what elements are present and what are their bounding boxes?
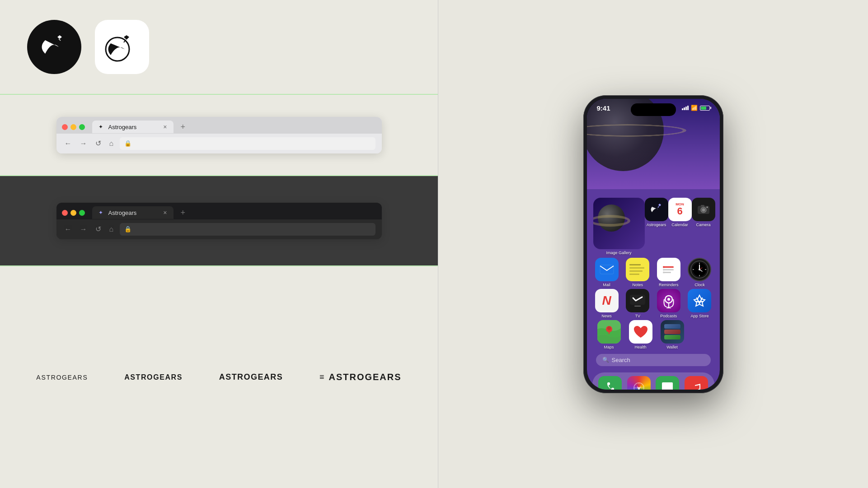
wordmarks-section: ASTROGEARS ASTROGEARS ASTROGEARS ≡ ASTRO… [0,266,438,488]
address-bar-light[interactable]: 🔒 [120,137,375,150]
app-icon-img-reminders [657,258,680,281]
app-icon-appstore[interactable]: App Store [686,289,713,318]
dock [592,372,714,390]
svg-point-36 [609,333,610,334]
dynamic-island [631,103,676,116]
address-bar-dark[interactable]: 🔒 [120,223,375,236]
app-label-mail: Mail [603,283,610,287]
traffic-lights-dark [62,210,85,216]
app-icon-maps[interactable]: Maps [596,320,623,349]
app-row-2: Mail Notes [593,258,713,287]
refresh-button-light[interactable]: ↺ [94,138,103,149]
wallpaper-rings [587,124,686,136]
app-icon-wallet[interactable]: Wallet [659,320,686,349]
app-icon-img-news: N [595,289,619,312]
app-icon-img-health [629,320,652,344]
dock-safari[interactable] [627,376,651,390]
search-bar[interactable]: 🔍 Search [596,354,711,366]
app-icon-notes[interactable]: Notes [624,258,651,287]
back-button-dark[interactable]: ← [63,224,74,234]
app-grid: Image Gallery Astrogears [587,198,720,351]
dock-music[interactable] [685,376,708,390]
browser-tab-light[interactable]: ✦ Astrogears × [92,121,174,133]
app-icon-img-clock [688,258,711,281]
tab-title-light: Astrogears [108,124,137,130]
app-label-health: Health [634,345,646,349]
svg-rect-11 [664,266,674,268]
tab-close-light[interactable]: × [163,123,167,130]
close-button-dark[interactable] [62,210,68,216]
close-button-light[interactable] [62,124,68,130]
app-label-tv: TV [635,314,640,318]
signal-bar-1 [682,108,683,110]
app-label-clock: Clock [694,283,705,287]
browser-dark-section: ✦ Astrogears × + ← → ↺ ⌂ 🔒 [0,176,438,266]
left-panel: ✦ Astrogears × + ← → ↺ ⌂ 🔒 [0,0,438,488]
minimize-button-light[interactable] [70,124,76,130]
maximize-button-dark[interactable] [79,210,85,216]
svg-point-6 [702,208,705,211]
wordmark-thin: ASTROGEARS [36,374,88,381]
app-icon-img-camera [692,198,715,221]
svg-point-8 [706,206,708,208]
app-icon-img-calendar: MON 6 [668,198,692,221]
app-icon-img-astrogears [645,198,668,221]
app-icon-health[interactable]: Health [627,320,654,349]
note-line-1 [629,264,641,265]
dock-phone[interactable] [598,376,622,390]
app-icon-img-mail [595,258,619,281]
wordmark-icon-text: ASTROGEARS [328,372,401,382]
forward-button-light[interactable]: → [78,139,89,149]
status-icons: 📶 [682,105,710,111]
new-tab-button-light[interactable]: + [177,121,189,134]
app-icon-news[interactable]: N News [593,289,620,318]
browser-tab-bar-light: ✦ Astrogears × + [56,117,382,134]
note-line-4 [629,274,639,275]
app-row-4: Maps Health [593,320,713,349]
app-icon-astrogears[interactable]: Astrogears [645,198,668,255]
wordmark-icon: ≡ ASTROGEARS [319,372,402,382]
forward-button-dark[interactable]: → [78,224,89,234]
new-tab-button-dark[interactable]: + [177,206,189,219]
home-button-dark[interactable]: ⌂ [108,224,116,234]
app-icon-image-gallery[interactable]: Image Gallery [593,198,645,255]
browser-tab-dark[interactable]: ✦ Astrogears × [92,206,174,219]
app-icon-mail[interactable]: Mail [593,258,620,287]
back-button-light[interactable]: ← [63,139,74,149]
lock-icon-dark: 🔒 [124,226,131,232]
calendar-day: 6 [677,206,682,216]
app-label-astrogears: Astrogears [647,223,666,227]
phone-device: 9:41 📶 [583,95,723,393]
app-icon-img-notes [626,258,649,281]
battery-fill [701,107,707,110]
home-button-light[interactable]: ⌂ [108,139,116,149]
refresh-button-dark[interactable]: ↺ [94,224,103,234]
galaxy-rings [593,215,630,227]
maximize-button-light[interactable] [79,124,85,130]
note-line-3 [629,270,643,272]
app-label-notes: Notes [632,283,643,287]
app-icon-img-image-gallery [593,198,645,249]
minimize-button-dark[interactable] [70,210,76,216]
right-panel: 9:41 📶 [438,0,868,488]
app-icon-calendar[interactable]: MON 6 Calendar [668,198,692,255]
app-icon-img-tv [626,289,649,312]
app-label-wallet: Wallet [666,345,678,349]
app-icon-tv[interactable]: TV [624,289,651,318]
app-icon-podcasts[interactable]: Podcasts [655,289,682,318]
logo-light [95,20,149,74]
signal-bar-4 [687,106,689,110]
app-icon-reminders[interactable]: Reminders [655,258,682,287]
app-icon-camera[interactable]: Camera [692,198,715,255]
search-icon: 🔍 [602,357,609,363]
app-label-calendar: Calendar [671,223,688,227]
traffic-lights-light [62,124,85,130]
app-label-news: News [601,314,612,318]
tab-close-dark[interactable]: × [163,209,167,216]
tab-favicon-dark: ✦ [99,209,105,216]
app-icon-img-wallet [661,320,684,344]
app-label-podcasts: Podcasts [660,314,677,318]
dock-messages[interactable] [656,376,679,390]
signal-bar-3 [685,107,687,110]
app-icon-clock[interactable]: Clock [686,258,713,287]
